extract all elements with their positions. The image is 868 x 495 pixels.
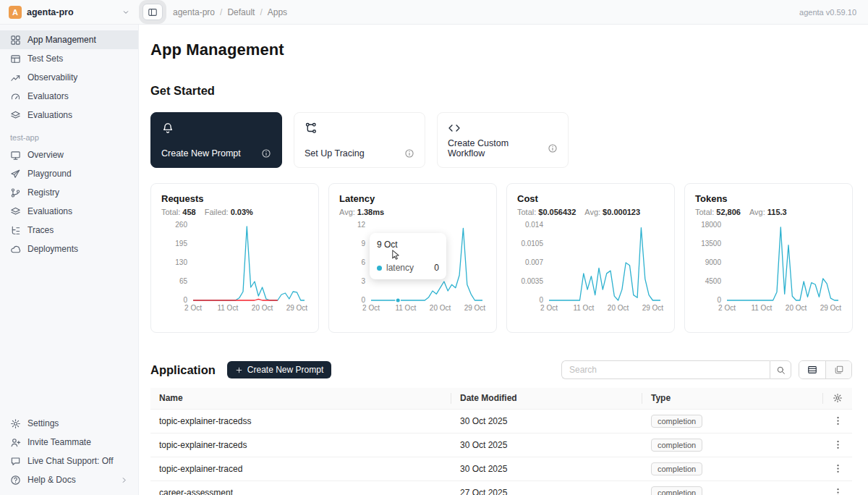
row-actions-menu-icon[interactable]: [832, 487, 843, 495]
info-icon[interactable]: [261, 148, 271, 158]
sidebar-item-label: Settings: [27, 418, 59, 428]
get-started-card-create-custom-workflow[interactable]: Create Custom Workflow: [437, 112, 569, 168]
trend-icon: [10, 72, 21, 83]
metric-stat-value: 115.3: [767, 208, 787, 216]
svg-text:29 Oct: 29 Oct: [464, 304, 486, 312]
bell-icon: [161, 122, 174, 135]
table-row-career-assessment[interactable]: career-assessment27 Oct 2025completion: [150, 481, 852, 495]
cell-name: topic-explainer-traceds: [150, 433, 451, 457]
get-started-card-create-new-prompt[interactable]: Create New Prompt: [150, 112, 282, 168]
get-started-heading: Get Started: [150, 83, 852, 98]
monitor-icon: [10, 150, 21, 161]
search-bar: [561, 360, 791, 379]
sidebar-item-help-docs[interactable]: Help & Docs: [0, 470, 138, 489]
sidebar-item-overview[interactable]: Overview: [0, 145, 138, 164]
cell-date-modified: 30 Oct 2025: [451, 433, 642, 457]
sidebar-item-label: Deployments: [27, 244, 78, 254]
info-icon[interactable]: [548, 143, 558, 153]
svg-text:2 Oct: 2 Oct: [362, 304, 380, 312]
svg-text:20 Oct: 20 Oct: [430, 304, 451, 312]
metric-stat-value: 458: [182, 208, 195, 216]
sidebar-item-label: Playground: [27, 169, 72, 179]
mouse-cursor-icon: [390, 249, 401, 260]
metric-card-latency: LatencyAvg:1.38ms0369122 Oct11 Oct20 Oct…: [328, 183, 497, 333]
metric-stat: Avg:115.3: [749, 208, 787, 216]
row-actions-menu-icon[interactable]: [832, 439, 843, 450]
info-icon[interactable]: [404, 148, 414, 158]
column-header-name: Name: [150, 388, 451, 409]
metric-stat-label: Total:: [161, 208, 180, 216]
table-row-topic-explainer-traced[interactable]: topic-explainer-traced30 Oct 2025complet…: [150, 457, 852, 481]
breadcrumb-item-default[interactable]: Default: [227, 7, 255, 17]
metric-card-requests: RequestsTotal:458Failed:0.03%06513019526…: [150, 183, 319, 333]
svg-text:29 Oct: 29 Oct: [642, 304, 664, 312]
svg-text:0: 0: [183, 296, 187, 304]
tooltip-series-name: latency: [386, 263, 414, 273]
gauge-icon: [10, 91, 21, 102]
svg-text:4500: 4500: [705, 277, 722, 285]
breadcrumb-item-agenta-pro[interactable]: agenta-pro: [173, 7, 215, 17]
sidebar-item-label: Invite Teammate: [27, 437, 91, 447]
table-view-button[interactable]: [799, 361, 825, 378]
sidebar-item-live-chat-support-off[interactable]: Live Chat Support: Off: [0, 452, 138, 470]
metric-stat-label: Total:: [695, 208, 714, 216]
plane-icon: [10, 169, 21, 179]
sidebar-item-test-sets[interactable]: Test Sets: [0, 49, 138, 68]
row-actions-menu-icon[interactable]: [832, 463, 843, 474]
metric-chart-plot[interactable]: 00.00350.0070.01050.0142 Oct11 Oct20 Oct…: [517, 219, 665, 319]
sidebar-item-label: App Management: [27, 35, 96, 45]
sidebar-item-traces[interactable]: Traces: [0, 221, 138, 240]
sidebar-collapse-button[interactable]: [142, 4, 163, 20]
card-view-button[interactable]: [825, 361, 851, 378]
sidebar-item-label: Registry: [27, 187, 59, 198]
svg-text:12: 12: [357, 221, 366, 229]
sidebar-item-registry[interactable]: Registry: [0, 183, 138, 202]
get-started-card-label: Create New Prompt: [161, 148, 241, 158]
sidebar-bottom-nav: SettingsInvite TeammateLive Chat Support…: [0, 414, 138, 489]
sidebar-item-playground[interactable]: Playground: [0, 164, 138, 183]
metric-chart-plot[interactable]: 04500900013500180002 Oct11 Oct20 Oct29 O…: [695, 219, 843, 319]
svg-text:0.007: 0.007: [525, 258, 543, 266]
breadcrumb-item-apps[interactable]: Apps: [268, 7, 287, 17]
table-settings-gear-icon[interactable]: [832, 393, 843, 403]
chat-icon: [10, 456, 21, 467]
sidebar-item-settings[interactable]: Settings: [0, 414, 138, 433]
svg-text:20 Oct: 20 Oct: [608, 304, 629, 312]
row-actions-menu-icon[interactable]: [832, 415, 843, 426]
type-badge: completion: [651, 415, 702, 428]
main-content: App Management Get Started Create New Pr…: [139, 25, 868, 495]
metric-stat-value: 1.38ms: [357, 208, 384, 216]
workspace-switcher[interactable]: A agenta-pro: [0, 6, 139, 19]
panel-left-icon: [148, 7, 158, 17]
create-new-prompt-button[interactable]: Create New Prompt: [227, 361, 331, 378]
metric-stat-label: Avg:: [749, 208, 765, 216]
tooltip-date: 9 Oct: [377, 240, 439, 250]
table-row-topic-explainer-traceds[interactable]: topic-explainer-traceds30 Oct 2025comple…: [150, 433, 852, 457]
sidebar-item-evaluations[interactable]: Evaluations: [0, 106, 138, 124]
sidebar-item-label: Evaluations: [27, 110, 72, 120]
metric-stat-label: Failed:: [205, 208, 229, 216]
sidebar-item-evaluators[interactable]: Evaluators: [0, 87, 138, 106]
flow-icon: [305, 122, 318, 135]
breadcrumb-separator: /: [220, 7, 222, 17]
table-row-topic-explainer-tracedss[interactable]: topic-explainer-tracedss30 Oct 2025compl…: [150, 409, 852, 433]
breadcrumb-separator: /: [260, 7, 262, 17]
svg-text:11 Oct: 11 Oct: [395, 304, 416, 312]
type-badge: completion: [651, 439, 702, 452]
get-started-card-set-up-tracing[interactable]: Set Up Tracing: [294, 112, 425, 168]
search-input[interactable]: [561, 360, 770, 379]
sidebar-item-label: Overview: [27, 150, 64, 160]
svg-text:260: 260: [175, 221, 187, 229]
sidebar-item-app-management[interactable]: App Management: [0, 30, 138, 49]
sidebar-item-invite-teammate[interactable]: Invite Teammate: [0, 433, 138, 452]
metric-stat-label: Avg:: [339, 208, 355, 216]
search-button[interactable]: [770, 360, 791, 379]
metric-chart-plot[interactable]: 0651301952602 Oct11 Oct20 Oct29 Oct: [161, 219, 309, 319]
version-label: agenta v0.59.10: [799, 8, 856, 17]
cell-date-modified: 30 Oct 2025: [451, 457, 642, 481]
sidebar: App ManagementTest SetsObservabilityEval…: [0, 25, 139, 495]
sidebar-item-deployments[interactable]: Deployments: [0, 240, 138, 258]
sidebar-item-observability[interactable]: Observability: [0, 68, 138, 87]
metric-title: Requests: [161, 193, 308, 204]
sidebar-item-evaluations[interactable]: Evaluations: [0, 202, 138, 221]
